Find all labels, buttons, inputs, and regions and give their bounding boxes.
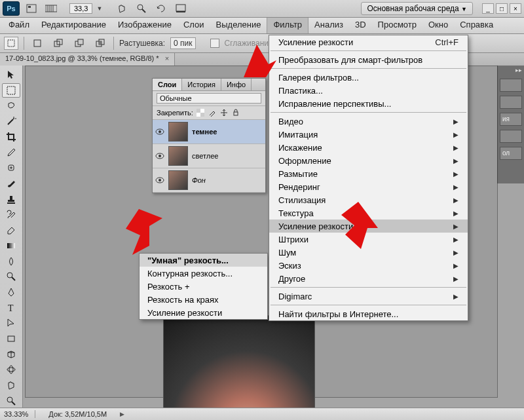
feather-input[interactable]: 0 пик xyxy=(170,37,195,49)
menu-file[interactable]: Файл xyxy=(3,18,35,33)
tool-path-select[interactable] xyxy=(2,316,20,331)
rotate-view-icon[interactable] xyxy=(153,1,169,16)
right-dock-expand-icon[interactable]: ▸▸ xyxy=(498,66,524,75)
layer-row[interactable]: темнее xyxy=(153,120,265,144)
selection-intersect-icon[interactable] xyxy=(92,36,108,50)
dock-stub[interactable] xyxy=(500,79,522,92)
tool-brush[interactable] xyxy=(2,176,20,191)
menu-item-distort[interactable]: Искажение▶ xyxy=(269,141,468,154)
menu-item-artistic[interactable]: Имитация▶ xyxy=(269,128,468,141)
submenu-item-smart-sharpen[interactable]: "Умная" резкость... xyxy=(140,254,267,267)
menu-filter[interactable]: Фильтр xyxy=(267,18,309,33)
menu-item-browse-filters[interactable]: Найти фильтры в Интернете... xyxy=(269,307,468,320)
tool-dodge[interactable] xyxy=(2,269,20,284)
menu-item-vanishing-point[interactable]: Исправление перспективы... xyxy=(269,97,468,110)
layer-row[interactable]: светлее xyxy=(153,144,265,168)
menu-item-liquify[interactable]: Пластика... xyxy=(269,84,468,97)
antialias-checkbox[interactable] xyxy=(210,39,219,48)
menu-view[interactable]: Просмотр xyxy=(372,18,422,33)
selection-new-icon[interactable] xyxy=(29,36,45,50)
tool-pen[interactable] xyxy=(2,285,20,300)
tool-gradient[interactable] xyxy=(2,239,20,254)
zoom-tool-icon[interactable] xyxy=(134,1,149,16)
filmstrip-icon[interactable] xyxy=(43,1,59,16)
lock-transparency-icon[interactable] xyxy=(196,108,205,117)
menu-item-last-filter[interactable]: Усиление резкости Ctrl+F xyxy=(269,35,468,48)
menu-layers[interactable]: Слои xyxy=(178,18,210,33)
submenu-item-unsharp-mask[interactable]: Контурная резкость... xyxy=(140,267,267,280)
lock-brush-icon[interactable] xyxy=(208,108,217,117)
lock-all-icon[interactable] xyxy=(231,108,240,117)
menu-item-other[interactable]: Другое▶ xyxy=(269,272,468,285)
menu-item-pixelate[interactable]: Оформление▶ xyxy=(269,154,468,167)
tool-3d-camera[interactable] xyxy=(2,362,20,377)
minimize-button[interactable]: _ xyxy=(482,3,494,14)
dock-stub[interactable]: ол xyxy=(500,147,522,160)
dock-stub[interactable] xyxy=(500,96,522,109)
menu-3d[interactable]: 3D xyxy=(349,18,372,33)
lock-position-icon[interactable] xyxy=(219,108,229,117)
selection-add-icon[interactable] xyxy=(50,36,66,50)
document-tab-close-icon[interactable]: × xyxy=(165,54,169,62)
dock-stub[interactable] xyxy=(500,130,522,143)
tool-move[interactable] xyxy=(2,67,20,83)
menu-item-filter-gallery[interactable]: Галерея фильтров... xyxy=(269,71,468,84)
menu-window[interactable]: Окно xyxy=(422,18,454,33)
menu-edit[interactable]: Редактирование xyxy=(35,18,112,33)
visibility-icon[interactable] xyxy=(155,151,164,161)
hand-tool-icon[interactable] xyxy=(114,1,130,16)
menu-help[interactable]: Справка xyxy=(454,18,499,33)
selection-subtract-icon[interactable] xyxy=(71,36,87,50)
tool-3d-object[interactable] xyxy=(2,347,20,362)
menu-analysis[interactable]: Анализ xyxy=(309,18,349,33)
tool-type[interactable]: T xyxy=(2,300,20,315)
menu-item-video[interactable]: Видео▶ xyxy=(269,115,468,128)
visibility-icon[interactable] xyxy=(155,127,164,136)
document-tab[interactable]: 17-09-10_0823.jpg @ 33,3% (темнее, RGB/8… xyxy=(0,53,175,66)
tool-shape[interactable] xyxy=(2,332,20,347)
current-tool-icon[interactable] xyxy=(4,37,18,50)
right-dock[interactable]: ▸▸ ия ол xyxy=(497,66,524,183)
tool-history-brush[interactable] xyxy=(2,207,20,222)
status-menu-icon[interactable]: ▶ xyxy=(120,411,124,417)
status-zoom[interactable]: 33.33% xyxy=(4,410,35,418)
menu-item-blur[interactable]: Размытие▶ xyxy=(269,167,468,180)
menu-item-digimarc[interactable]: Digimarc▶ xyxy=(269,290,468,303)
tab-history[interactable]: История xyxy=(182,79,221,90)
tool-zoom[interactable] xyxy=(2,393,20,408)
tab-info[interactable]: Инфо xyxy=(221,79,252,90)
tool-hand[interactable] xyxy=(2,378,20,393)
layers-panel[interactable]: Слои История Инфо Обычные Закрепить: тем… xyxy=(152,78,266,193)
tool-eyedropper[interactable] xyxy=(2,145,20,160)
menu-item-sketch[interactable]: Эскиз▶ xyxy=(269,259,468,272)
submenu-item-sharpen[interactable]: Усиление резкости xyxy=(140,306,267,319)
zoom-display-top[interactable]: 33,3 xyxy=(69,3,92,14)
menu-select[interactable]: Выделение xyxy=(210,18,267,33)
tab-layers[interactable]: Слои xyxy=(153,79,182,90)
menu-image[interactable]: Изображение xyxy=(112,18,178,33)
tool-marquee[interactable] xyxy=(2,83,20,98)
submenu-item-sharpen-edges[interactable]: Резкость на краях xyxy=(140,293,267,306)
svg-rect-1 xyxy=(28,6,31,8)
workspace-switcher[interactable]: Основная рабочая среда ▼ xyxy=(361,2,473,15)
maximize-button[interactable]: □ xyxy=(496,3,508,14)
screen-mode-icon[interactable] xyxy=(173,1,189,16)
submenu-item-sharpen-more[interactable]: Резкость + xyxy=(140,280,267,293)
close-button[interactable]: × xyxy=(510,3,521,14)
tool-crop[interactable] xyxy=(2,130,20,145)
bridge-icon[interactable] xyxy=(24,1,39,16)
visibility-icon[interactable] xyxy=(155,176,164,185)
menu-item-convert-smart[interactable]: Преобразовать для смарт-фильтров xyxy=(269,53,468,66)
dock-stub[interactable]: ия xyxy=(500,113,522,126)
canvas[interactable] xyxy=(163,315,315,420)
tool-lasso[interactable] xyxy=(2,98,20,113)
menu-item-render[interactable]: Рендеринг▶ xyxy=(269,180,468,193)
tool-blur[interactable] xyxy=(2,254,20,269)
tool-stamp[interactable] xyxy=(2,192,20,207)
layer-row[interactable]: Фон xyxy=(153,168,265,193)
tool-wand[interactable] xyxy=(2,114,20,129)
blend-mode-select[interactable]: Обычные xyxy=(157,93,261,104)
zoom-dropdown-icon[interactable]: ▼ xyxy=(96,5,102,12)
tool-eraser[interactable] xyxy=(2,223,20,238)
tool-heal[interactable] xyxy=(2,161,20,176)
